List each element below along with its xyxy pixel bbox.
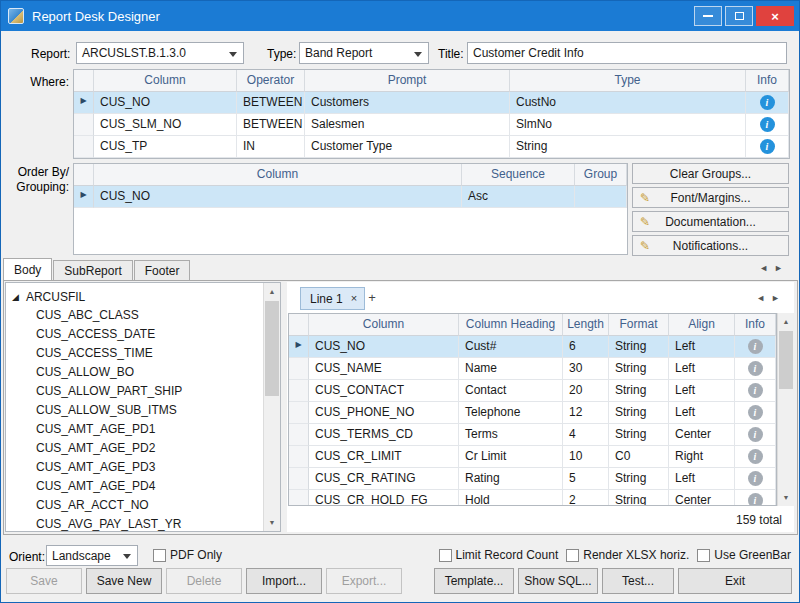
info-icon[interactable]: i xyxy=(748,471,763,486)
grid-cell[interactable]: Center xyxy=(669,490,735,506)
tree-item-cus-allow-bo[interactable]: CUS_ALLOW_BO xyxy=(12,363,262,382)
grid-cell[interactable]: Hold xyxy=(459,490,563,506)
grid-cell[interactable]: Left xyxy=(669,402,735,424)
info-icon[interactable]: i xyxy=(760,95,775,110)
order-by-grid[interactable]: ColumnSequenceGroup▶CUS_NOAsc xyxy=(73,163,628,255)
line-row[interactable]: CUS_CONTACTContact20StringLefti xyxy=(289,380,776,402)
grid-cell[interactable]: 6 xyxy=(563,336,609,358)
info-icon[interactable]: i xyxy=(760,139,775,154)
tab-subreport[interactable]: SubReport xyxy=(53,260,132,280)
checkbox-render-xlsx-horiz[interactable]: Render XLSX horiz. xyxy=(566,548,689,562)
documentation-button[interactable]: ✎Documentation... xyxy=(632,211,789,232)
grid-cell[interactable]: CUS_SLM_NO xyxy=(94,114,237,136)
title-input[interactable]: Customer Credit Info xyxy=(467,42,787,64)
column-header-prompt[interactable]: Prompt xyxy=(305,70,510,92)
grid-cell[interactable]: CUS_TERMS_CD xyxy=(309,424,459,446)
import-button[interactable]: Import... xyxy=(246,568,322,594)
tree-item-cus-amt-age-pd1[interactable]: CUS_AMT_AGE_PD1 xyxy=(12,420,262,439)
show-sql-button[interactable]: Show SQL... xyxy=(518,568,598,594)
titlebar[interactable]: Report Desk Designer xyxy=(1,1,799,31)
grid-cell[interactable]: CUS_NO xyxy=(309,336,459,358)
tree-root-node[interactable]: ◢ ARCUSFIL xyxy=(12,287,85,306)
line-row[interactable]: CUS_CR_HOLD_FGHold2StringCenteri xyxy=(289,490,776,506)
info-icon[interactable]: i xyxy=(748,449,763,464)
grid-cell[interactable]: Name xyxy=(459,358,563,380)
grid-cell[interactable]: Rating xyxy=(459,468,563,490)
line-grid-scrollbar[interactable]: ▲ ▼ xyxy=(777,313,794,506)
grid-cell[interactable]: Left xyxy=(669,358,735,380)
grid-cell[interactable]: Customers xyxy=(305,92,510,114)
line-row[interactable]: ▶CUS_NOCust#6StringLefti xyxy=(289,336,776,358)
where-row[interactable]: ▶CUS_NOBETWEENCustomersCustNoi xyxy=(74,92,789,114)
info-icon[interactable]: i xyxy=(748,427,763,442)
grid-cell[interactable]: String xyxy=(609,424,669,446)
grid-cell[interactable]: String xyxy=(609,336,669,358)
scroll-up-icon[interactable]: ▲ xyxy=(264,283,280,300)
tree-item-cus-abc-class[interactable]: CUS_ABC_CLASS xyxy=(12,306,262,325)
grid-cell[interactable]: Left xyxy=(669,380,735,402)
clear-groups-button[interactable]: Clear Groups... xyxy=(632,163,789,184)
info-cell[interactable]: i xyxy=(735,468,776,490)
grid-cell[interactable]: Right xyxy=(669,446,735,468)
where-row[interactable]: CUS_SLM_NOBETWEENSalesmenSlmNoi xyxy=(74,114,789,136)
grid-cell[interactable]: Cr Limit xyxy=(459,446,563,468)
tree-item-cus-amt-age-pd2[interactable]: CUS_AMT_AGE_PD2 xyxy=(12,439,262,458)
where-grid[interactable]: ColumnOperatorPromptTypeInfo▶CUS_NOBETWE… xyxy=(73,69,790,159)
tab-body[interactable]: Body xyxy=(3,258,52,280)
font-margins-button[interactable]: ✎Font/Margins... xyxy=(632,187,789,208)
tree-item-cus-allow-part-ship[interactable]: CUS_ALLOW_PART_SHIP xyxy=(12,382,262,401)
exit-button[interactable]: Exit xyxy=(678,568,792,594)
info-cell[interactable]: i xyxy=(746,114,789,136)
scroll-left-icon[interactable]: ◄ xyxy=(759,263,774,273)
line-row[interactable]: CUS_PHONE_NOTelephone12StringLefti xyxy=(289,402,776,424)
column-header-column[interactable]: Column xyxy=(309,314,459,336)
column-header-sequence[interactable]: Sequence xyxy=(462,164,575,186)
grid-cell[interactable]: CUS_NO xyxy=(94,186,462,208)
info-icon[interactable]: i xyxy=(760,117,775,132)
column-header-column-heading[interactable]: Column Heading xyxy=(459,314,563,336)
tab-footer[interactable]: Footer xyxy=(134,260,191,280)
tree-item-cus-avg-pay-last-yr[interactable]: CUS_AVG_PAY_LAST_YR xyxy=(12,515,262,531)
scroll-right-icon[interactable]: ► xyxy=(774,263,789,273)
scroll-left-icon[interactable]: ◄ xyxy=(756,293,771,303)
grid-cell[interactable]: 30 xyxy=(563,358,609,380)
notifications-button[interactable]: ✎Notifications... xyxy=(632,235,789,256)
column-header-column[interactable]: Column xyxy=(94,164,462,186)
scroll-up-icon[interactable]: ▲ xyxy=(778,313,794,330)
grid-cell[interactable]: String xyxy=(609,358,669,380)
info-icon[interactable]: i xyxy=(748,493,763,506)
grid-cell[interactable]: String xyxy=(510,136,746,158)
grid-cell[interactable]: Cust# xyxy=(459,336,563,358)
tree-scrollbar-thumb[interactable] xyxy=(265,301,279,396)
tree-collapse-icon[interactable]: ◢ xyxy=(12,292,19,302)
tree-item-cus-amt-age-pd4[interactable]: CUS_AMT_AGE_PD4 xyxy=(12,477,262,496)
grid-cell[interactable]: Asc xyxy=(462,186,575,208)
grid-cell[interactable]: CUS_CR_RATING xyxy=(309,468,459,490)
info-cell[interactable]: i xyxy=(746,136,789,158)
grid-cell[interactable]: BETWEEN xyxy=(237,114,305,136)
where-row[interactable]: CUS_TPINCustomer TypeStringi xyxy=(74,136,789,158)
info-cell[interactable]: i xyxy=(746,92,789,114)
grid-cell[interactable]: IN xyxy=(237,136,305,158)
grid-cell[interactable]: 10 xyxy=(563,446,609,468)
grid-cell[interactable]: Telephone xyxy=(459,402,563,424)
info-icon[interactable]: i xyxy=(748,405,763,420)
info-cell[interactable]: i xyxy=(735,446,776,468)
grid-cell[interactable]: Left xyxy=(669,336,735,358)
checkbox-limit-record-count[interactable]: Limit Record Count xyxy=(439,548,559,562)
maximize-button[interactable] xyxy=(725,6,753,26)
close-button[interactable]: × xyxy=(756,6,794,26)
info-cell[interactable]: i xyxy=(735,358,776,380)
grid-cell[interactable]: CUS_CR_LIMIT xyxy=(309,446,459,468)
line-grid-scrollbar-thumb[interactable] xyxy=(779,331,793,389)
grid-cell[interactable]: CUS_CONTACT xyxy=(309,380,459,402)
line-row[interactable]: CUS_TERMS_CDTerms4StringCenteri xyxy=(289,424,776,446)
checkbox-pdf-only[interactable]: PDF Only xyxy=(153,548,222,562)
info-icon[interactable]: i xyxy=(748,383,763,398)
grid-cell[interactable]: CUS_NAME xyxy=(309,358,459,380)
line-row[interactable]: CUS_CR_RATINGRating5StringLefti xyxy=(289,468,776,490)
tree-item-cus-access-date[interactable]: CUS_ACCESS_DATE xyxy=(12,325,262,344)
checkbox-use-greenbar[interactable]: Use GreenBar xyxy=(697,548,791,562)
tree-scrollbar[interactable]: ▲ ▼ xyxy=(263,283,280,531)
save-new-button[interactable]: Save New xyxy=(86,568,162,594)
